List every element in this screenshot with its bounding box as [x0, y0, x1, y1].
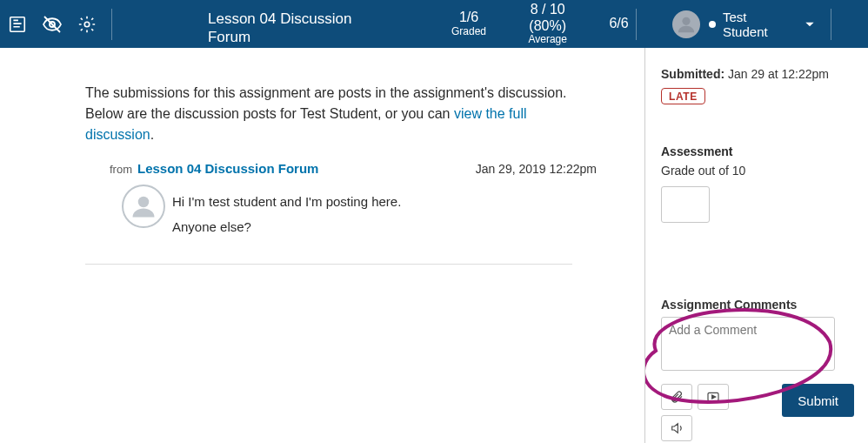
stat-average: 8 / 10 (80%) Average [511, 2, 584, 46]
student-selector[interactable]: Test Student [664, 10, 799, 39]
speedgrader-topbar: Lesson 04 Discussion Forum Due: Apr 24, … [0, 0, 868, 48]
student-dropdown-chevron[interactable] [799, 14, 820, 35]
prev-student-arrow[interactable] [644, 14, 664, 35]
comment-textarea[interactable] [661, 317, 835, 371]
svg-point-2 [84, 22, 90, 27]
grade-label: Grade out of 10 [661, 164, 854, 178]
svg-rect-0 [10, 17, 25, 31]
student-name: Test Student [723, 10, 794, 39]
divider [831, 9, 831, 40]
post-line: Hi I'm test student and I'm posting here… [172, 190, 401, 215]
post-avatar-icon [122, 185, 165, 228]
divider [111, 9, 112, 40]
mute-icon[interactable] [38, 10, 66, 38]
from-label: from [110, 163, 132, 176]
submission-content: The submissions for this assignment are … [0, 48, 644, 443]
media-comment-icon[interactable] [698, 384, 729, 410]
status-dot-icon [709, 21, 716, 28]
grade-input[interactable] [661, 186, 710, 223]
gradebook-icon[interactable] [3, 10, 31, 38]
late-badge: LATE [661, 88, 705, 104]
post-date: Jan 29, 2019 12:22pm [476, 162, 597, 176]
discussion-source-link[interactable]: Lesson 04 Discussion Forum [137, 161, 318, 176]
discussion-post: Hi I'm test student and I'm posting here… [85, 185, 610, 239]
divider [636, 9, 637, 40]
divider [85, 264, 572, 265]
post-header: from Lesson 04 Discussion Forum Jan 29, … [85, 161, 597, 176]
audio-comment-icon[interactable] [661, 415, 692, 441]
post-line: Anyone else? [172, 215, 401, 240]
assignment-due: Due: Apr 24, 2017 at 11:59pm - Shar sand… [123, 46, 431, 58]
submitted-line: Submitted: Jan 29 at 12:22pm [661, 67, 854, 81]
stat-count: 6/6 [609, 16, 628, 31]
comments-heading: Assignment Comments [661, 298, 854, 312]
settings-icon[interactable] [73, 10, 101, 38]
svg-point-3 [683, 17, 691, 24]
attach-file-icon[interactable] [661, 384, 692, 410]
assignment-title[interactable]: Lesson 04 Discussion Forum [123, 0, 431, 46]
header-stats: 1/6 Graded 8 / 10 (80%) Average 6/6 [451, 2, 629, 46]
stat-graded: 1/6 Graded [451, 10, 486, 37]
svg-point-4 [138, 197, 150, 208]
grading-sidebar: Submitted: Jan 29 at 12:22pm LATE Assess… [644, 48, 868, 443]
submit-comment-button[interactable]: Submit [782, 384, 854, 417]
assignment-title-block: Lesson 04 Discussion Forum Due: Apr 24, … [119, 0, 431, 58]
intro-text: The submissions for this assignment are … [85, 83, 581, 145]
next-student-arrow[interactable] [838, 14, 859, 35]
assessment-heading: Assessment [661, 144, 854, 158]
student-avatar-icon [672, 10, 700, 38]
